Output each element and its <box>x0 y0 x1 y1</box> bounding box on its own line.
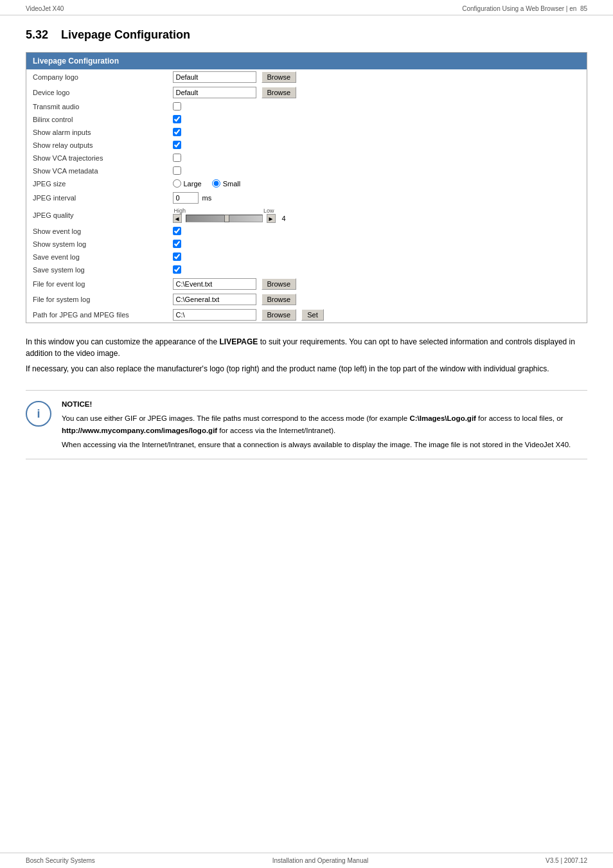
show-vca-metadata-checkbox[interactable] <box>173 166 181 175</box>
notice-title: NOTICE! <box>62 398 587 410</box>
notice-bold1: C:\Images\Logo.gif <box>409 414 476 422</box>
show-alarm-inputs-label: Show alarm inputs <box>26 126 168 139</box>
bilinx-control-label: Bilinx control <box>26 113 168 126</box>
show-system-log-label: Show system log <box>26 238 168 251</box>
file-event-log-input[interactable] <box>173 278 256 290</box>
show-vca-trajectories-label: Show VCA trajectories <box>26 152 168 164</box>
table-row: Bilinx control <box>26 113 587 126</box>
header-left: VideoJet X40 <box>26 5 64 12</box>
show-event-log-checkbox[interactable] <box>173 227 181 235</box>
footer-right: V3.5 | 2007.12 <box>546 857 587 864</box>
notice-bold2: http://www.mycompany.com/images/logo.gif <box>62 427 217 434</box>
show-alarm-inputs-checkbox[interactable] <box>173 128 181 136</box>
show-relay-outputs-checkbox[interactable] <box>173 141 181 149</box>
show-vca-trajectories-control <box>168 152 587 164</box>
path-jpeg-mpeg-input[interactable] <box>173 309 256 321</box>
save-event-log-checkbox[interactable] <box>173 252 181 261</box>
jpeg-interval-input[interactable] <box>173 192 199 204</box>
jpeg-quality-slider-container: High Low ◄ ► 4 <box>173 208 286 223</box>
table-row: Show VCA trajectories <box>26 152 587 164</box>
transmit-audio-label: Transmit audio <box>26 100 168 113</box>
table-row: Show event log <box>26 225 587 238</box>
file-system-log-browse-button[interactable]: Browse <box>262 294 297 305</box>
table-row: JPEG interval ms <box>26 190 587 206</box>
jpeg-size-small-radio[interactable] <box>212 179 220 188</box>
jpeg-quality-control: High Low ◄ ► 4 <box>168 206 587 225</box>
path-jpeg-mpeg-label: Path for JPEG and MPEG files <box>26 307 168 323</box>
jpeg-quality-labels: High Low <box>173 208 276 214</box>
table-row: Show relay outputs <box>26 139 587 152</box>
section-header: 5.32 Livepage Configuration <box>26 28 587 42</box>
page-footer: Bosch Security Systems Installation and … <box>0 853 613 868</box>
device-logo-input[interactable] <box>173 87 256 98</box>
table-row: Show system log <box>26 238 587 251</box>
table-row: Device logo Browse <box>26 85 587 100</box>
jpeg-quality-track[interactable] <box>186 215 263 222</box>
description-block: In this window you can customize the app… <box>26 336 587 375</box>
jpeg-size-radio-group: Large Small <box>173 179 241 188</box>
show-alarm-inputs-control <box>168 126 587 138</box>
footer-left: Bosch Security Systems <box>26 857 95 864</box>
jpeg-size-large-option[interactable]: Large <box>173 179 202 188</box>
bilinx-control-control <box>168 113 587 125</box>
show-vca-metadata-label: Show VCA metadata <box>26 164 168 177</box>
save-system-log-label: Save system log <box>26 263 168 276</box>
company-logo-input[interactable] <box>173 71 256 83</box>
jpeg-size-large-radio[interactable] <box>173 179 181 188</box>
show-event-log-control <box>168 225 587 237</box>
show-vca-trajectories-checkbox[interactable] <box>173 154 181 162</box>
path-jpeg-mpeg-control: Browse Set <box>168 307 587 323</box>
section-title: Livepage Configuration <box>61 28 190 42</box>
info-icon: i <box>37 407 40 421</box>
jpeg-quality-high-label: High <box>174 208 186 214</box>
file-event-log-label: File for event log <box>26 276 168 292</box>
jpeg-size-label: JPEG size <box>26 177 168 190</box>
jpeg-quality-label: JPEG quality <box>26 206 168 225</box>
save-system-log-checkbox[interactable] <box>173 265 181 274</box>
company-logo-control: Browse <box>168 69 587 85</box>
notice-text1: You can use either GIF or JPEG images. T… <box>62 412 587 436</box>
bilinx-control-checkbox[interactable] <box>173 115 181 123</box>
jpeg-size-small-option[interactable]: Small <box>212 179 241 188</box>
jpeg-size-large-label: Large <box>184 180 202 188</box>
jpeg-size-control: Large Small <box>168 177 587 190</box>
file-system-log-control: Browse <box>168 292 587 307</box>
notice-icon: i <box>26 401 51 427</box>
jpeg-quality-low-label: Low <box>263 208 274 214</box>
path-jpeg-mpeg-set-button[interactable]: Set <box>301 309 324 321</box>
device-logo-control: Browse <box>168 85 587 100</box>
show-system-log-control <box>168 238 587 250</box>
livepage-bold: LIVEPAGE <box>220 337 258 346</box>
device-logo-browse-button[interactable]: Browse <box>262 87 297 98</box>
company-logo-browse-button[interactable]: Browse <box>262 71 297 83</box>
table-row: JPEG size Large Small <box>26 177 587 190</box>
file-event-log-browse-button[interactable]: Browse <box>262 278 297 290</box>
show-vca-metadata-control <box>168 164 587 177</box>
jpeg-quality-left-arrow[interactable]: ◄ <box>173 214 182 223</box>
jpeg-quality-thumb[interactable] <box>224 215 229 222</box>
notice-content: NOTICE! You can use either GIF or JPEG i… <box>62 398 587 451</box>
table-row: Show VCA metadata <box>26 164 587 177</box>
show-system-log-checkbox[interactable] <box>173 240 181 248</box>
jpeg-quality-value: 4 <box>282 215 286 222</box>
file-system-log-label: File for system log <box>26 292 168 307</box>
table-row: File for system log Browse <box>26 292 587 307</box>
transmit-audio-checkbox[interactable] <box>173 102 181 111</box>
jpeg-interval-label: JPEG interval <box>26 190 168 206</box>
description-paragraph1: In this window you can customize the app… <box>26 336 587 359</box>
table-header: Livepage Configuration <box>26 53 587 70</box>
table-row: Company logo Browse <box>26 69 587 85</box>
transmit-audio-control <box>168 100 587 112</box>
file-system-log-input[interactable] <box>173 294 256 305</box>
show-relay-outputs-control <box>168 139 587 151</box>
show-event-log-label: Show event log <box>26 225 168 238</box>
jpeg-quality-right-arrow[interactable]: ► <box>267 214 276 223</box>
jpeg-size-small-label: Small <box>223 180 241 188</box>
jpeg-interval-control: ms <box>168 190 587 206</box>
path-jpeg-mpeg-browse-button[interactable]: Browse <box>262 309 297 321</box>
jpeg-interval-unit: ms <box>202 194 212 202</box>
company-logo-label: Company logo <box>26 69 168 85</box>
save-system-log-control <box>168 263 587 276</box>
table-row: JPEG quality High Low ◄ ► <box>26 206 587 225</box>
notice-text2: When accessing via the Internet/Intranet… <box>62 439 587 450</box>
